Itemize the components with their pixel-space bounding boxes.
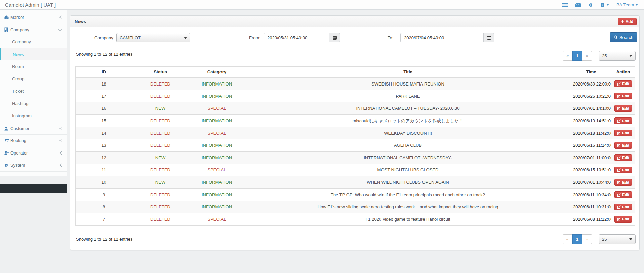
sidebar-item-ticket[interactable]: Ticket: [0, 85, 67, 98]
table-row: 13DELETEDINFORMATIONAGEHA CLUB2020/06/16…: [76, 139, 635, 151]
entries-info: Showing 1 to 12 of 12 entries: [76, 237, 132, 242]
table-header-row: ID Status Category Title Time Action: [76, 67, 635, 78]
company-label: Company:: [94, 35, 114, 40]
page-size-select[interactable]: 25: [599, 234, 636, 244]
from-input[interactable]: [264, 33, 329, 42]
cell-time: 2020/06/13 14:51:00: [571, 114, 611, 127]
col-id: ID: [76, 67, 132, 78]
sidebar-item-customer[interactable]: Customer: [0, 122, 67, 134]
status-badge: DELETED: [150, 204, 170, 209]
page-number-button[interactable]: 1: [572, 234, 582, 244]
edit-button[interactable]: Edit: [614, 204, 632, 210]
cell-category: INFORMATION: [189, 151, 245, 164]
edit-icon: [617, 106, 621, 110]
sidebar-item-group[interactable]: Group: [0, 73, 67, 85]
category-badge: INFORMATION: [202, 118, 232, 123]
edit-button[interactable]: Edit: [614, 105, 632, 112]
col-status: Status: [132, 67, 189, 78]
edit-button[interactable]: Edit: [614, 216, 632, 223]
sidebar-item-room[interactable]: Room: [0, 60, 67, 73]
edit-icon: [617, 205, 621, 209]
cell-id: 12: [76, 151, 132, 164]
status-badge: DELETED: [150, 167, 170, 172]
edit-icon: [617, 119, 621, 123]
sidebar-item-system[interactable]: System: [0, 159, 67, 171]
status-badge: DELETED: [150, 118, 170, 123]
language-icon[interactable]: [600, 3, 609, 7]
edit-button[interactable]: Edit: [614, 142, 632, 149]
cell-time: 2020/06/26 10:21:00: [571, 90, 611, 102]
sidebar-item-label: Market: [10, 15, 24, 20]
page-next-button[interactable]: »: [582, 51, 592, 61]
cell-id: 15: [76, 114, 132, 127]
category-badge: INFORMATION: [202, 155, 232, 160]
page-next-button[interactable]: »: [582, 234, 592, 244]
category-badge: INFORMATION: [202, 81, 232, 87]
to-input[interactable]: [400, 33, 483, 42]
edit-button[interactable]: Edit: [614, 191, 632, 198]
edit-button[interactable]: Edit: [614, 154, 632, 161]
cell-action: Edit: [611, 127, 635, 139]
table-row: 12NEWINFORMATIONINTERNATIONAL CAMELOT -W…: [76, 151, 635, 164]
sidebar-item-label: News: [13, 52, 24, 57]
page-size-select[interactable]: 25: [599, 51, 636, 61]
edit-button[interactable]: Edit: [614, 167, 632, 173]
sidebar-item-operator[interactable]: Operator: [0, 147, 67, 159]
edit-icon: [617, 193, 621, 197]
page-prev-button[interactable]: «: [563, 51, 572, 61]
cell-status: DELETED: [132, 164, 189, 176]
user-menu[interactable]: BA Team: [616, 2, 638, 7]
user-menu-label: BA Team: [616, 2, 634, 7]
search-button[interactable]: Search: [610, 32, 637, 42]
caret-down-icon: [606, 4, 609, 6]
cell-action: Edit: [611, 78, 635, 90]
edit-button[interactable]: Edit: [614, 117, 632, 124]
gear-icon[interactable]: [588, 3, 593, 7]
status-badge: DELETED: [150, 143, 170, 148]
status-badge: DELETED: [150, 192, 170, 197]
cell-id: 10: [76, 176, 132, 189]
table-row: 8DELETEDINFORMATIONHow F1's new sliding …: [76, 201, 635, 213]
cell-category: INFORMATION: [189, 189, 245, 201]
sidebar-item-hashtag[interactable]: Hashtag: [0, 97, 67, 110]
mail-icon[interactable]: [575, 3, 581, 7]
sidebar-item-instagram[interactable]: Instagram: [0, 110, 67, 122]
company-select[interactable]: CAMELOT: [116, 33, 190, 42]
search-icon: [614, 35, 618, 39]
category-badge: INFORMATION: [202, 204, 232, 209]
entries-info: Showing 1 to 12 of 12 entries: [76, 52, 132, 57]
sidebar-item-market[interactable]: Market: [0, 11, 67, 24]
page-number-button[interactable]: 1: [572, 51, 582, 61]
sidebar-item-company[interactable]: Company: [0, 24, 67, 36]
calendar-icon[interactable]: [483, 33, 494, 42]
edit-button[interactable]: Edit: [614, 179, 632, 186]
sidebar-item-booking[interactable]: Booking: [0, 134, 67, 147]
calendar-icon[interactable]: [329, 33, 340, 42]
panel-title: News: [75, 16, 86, 27]
panel-header: News Add: [70, 16, 639, 27]
sidebar-item-label: Hashtag: [12, 101, 28, 106]
to-label: To:: [388, 35, 393, 40]
edit-button[interactable]: Edit: [614, 93, 632, 99]
sidebar-item-label: Operator: [10, 150, 28, 156]
cell-time: 2020/07/01 11:00:00: [571, 151, 611, 164]
sidebar-item-company[interactable]: Company: [0, 36, 67, 48]
cell-action: Edit: [611, 189, 635, 201]
to-group: [400, 33, 494, 42]
chevron-left-icon: [59, 163, 62, 167]
cell-category: INFORMATION: [189, 78, 245, 90]
category-badge: INFORMATION: [202, 180, 232, 185]
edit-button[interactable]: Edit: [614, 80, 632, 87]
sidebar-collapse-bar[interactable]: [0, 184, 67, 193]
edit-button[interactable]: Edit: [614, 130, 632, 136]
add-button[interactable]: Add: [618, 18, 637, 25]
category-badge: INFORMATION: [202, 94, 232, 99]
status-badge: DELETED: [150, 131, 170, 136]
cell-status: DELETED: [132, 213, 189, 226]
sidebar-item-news[interactable]: News: [0, 48, 67, 61]
edit-icon: [617, 180, 621, 184]
from-label: From:: [249, 35, 260, 40]
page-prev-button[interactable]: «: [563, 234, 572, 244]
menu-icon[interactable]: [562, 3, 568, 7]
cell-category: INFORMATION: [189, 114, 245, 127]
